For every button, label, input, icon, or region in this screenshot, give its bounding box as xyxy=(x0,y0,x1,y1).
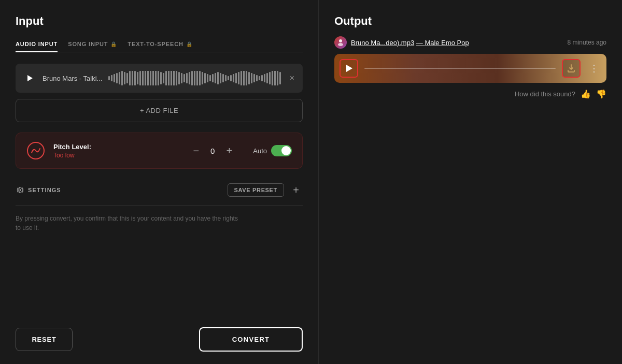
waveform-bar xyxy=(243,71,245,85)
left-panel: Input AUDIO INPUT SONG INPUT 🔒 TEXT-TO-S… xyxy=(0,0,319,364)
bottom-buttons: RESET CONVERT xyxy=(16,327,303,352)
waveform-bar xyxy=(274,71,276,85)
waveform-bar xyxy=(150,71,151,85)
waveform-bar xyxy=(256,75,258,81)
pitch-label: Pitch Level: xyxy=(53,143,180,151)
auto-label: Auto xyxy=(253,147,267,155)
download-icon xyxy=(567,64,576,73)
waveform-bar xyxy=(114,74,115,82)
add-file-button[interactable]: + ADD FILE xyxy=(16,99,303,122)
settings-left: SETTINGS xyxy=(16,186,61,194)
save-preset-button[interactable]: SAVE PRESET xyxy=(228,183,284,197)
waveform-bar xyxy=(178,72,180,84)
waveform-bar xyxy=(264,74,265,82)
waveform-bar xyxy=(209,75,211,81)
audio-play-button[interactable] xyxy=(24,72,36,84)
disclaimer-text: By pressing convert, you confirm that th… xyxy=(16,214,303,232)
player-play-button[interactable] xyxy=(340,59,358,78)
tab-audio-input[interactable]: AUDIO INPUT xyxy=(16,37,58,52)
waveform-bar xyxy=(266,73,268,83)
waveform-bar xyxy=(199,71,201,85)
waveform-bar xyxy=(186,73,188,83)
lock-icon-song: 🔒 xyxy=(110,41,117,47)
waveform-bar xyxy=(222,74,224,82)
waveform-bar xyxy=(259,76,260,80)
settings-right: SAVE PRESET + xyxy=(228,183,303,197)
waveform-bar xyxy=(176,71,177,85)
gear-icon xyxy=(16,186,24,194)
pitch-decrease-button[interactable]: − xyxy=(189,143,203,158)
waveform-bar xyxy=(152,71,154,85)
settings-label: SETTINGS xyxy=(28,187,61,193)
waveform-display xyxy=(108,71,281,85)
svg-point-1 xyxy=(339,39,342,42)
waveform-bar xyxy=(196,71,198,85)
waveform-bar xyxy=(139,71,141,85)
waveform-bar xyxy=(132,71,133,85)
waveform-bar xyxy=(137,72,138,84)
audio-file-row: Bruno Mars - Talki... × xyxy=(16,64,303,93)
pitch-controls: − 0 + xyxy=(189,143,236,158)
waveform-bar xyxy=(217,72,219,84)
waveform-bar xyxy=(183,74,185,82)
waveform-bar xyxy=(241,71,242,85)
tab-tts[interactable]: TEXT-TO-SPEECH 🔒 xyxy=(128,37,192,52)
waveform-bar xyxy=(272,71,273,85)
thumbs-down-button[interactable]: 👎 xyxy=(596,89,606,99)
waveform-bar xyxy=(171,71,172,85)
waveform-bar xyxy=(158,71,159,85)
waveform-bar xyxy=(246,71,247,85)
waveform-bar xyxy=(261,75,263,81)
waveform-bar xyxy=(181,73,182,83)
waveform-bar xyxy=(233,74,234,82)
reset-button[interactable]: RESET xyxy=(16,328,73,351)
waveform-bar xyxy=(147,71,149,85)
left-panel-title: Input xyxy=(16,14,303,28)
output-item-header: Bruno Ma...deo).mp3 — Male Emo Pop 8 min… xyxy=(334,36,606,49)
thumbs-up-button[interactable]: 👍 xyxy=(581,89,591,99)
pitch-section: Pitch Level: Too low − 0 + Auto xyxy=(16,133,303,169)
waveform-bar xyxy=(189,72,190,84)
waveform-bar xyxy=(134,71,136,85)
waveform-bar xyxy=(248,72,250,84)
waveform-bar xyxy=(277,71,278,85)
waveform-bar xyxy=(207,74,208,82)
waveform-bar xyxy=(238,72,239,84)
settings-row: SETTINGS SAVE PRESET + xyxy=(16,179,303,201)
pitch-icon xyxy=(26,141,45,160)
pitch-status: Too low xyxy=(53,152,180,159)
output-time: 8 minutes ago xyxy=(568,39,606,46)
waveform-bar xyxy=(165,71,167,85)
pitch-value: 0 xyxy=(208,147,217,155)
waveform-bar xyxy=(142,71,144,85)
waveform-bar xyxy=(225,75,227,81)
feedback-label: How did this sound? xyxy=(515,90,575,98)
play-triangle-icon xyxy=(27,75,33,81)
waveform-bar xyxy=(145,71,146,85)
waveform-bar xyxy=(191,71,193,85)
audio-close-button[interactable]: × xyxy=(290,74,294,83)
waveform-bar xyxy=(202,72,203,84)
lock-icon-tts: 🔒 xyxy=(186,41,193,47)
waveform-bar xyxy=(230,75,232,81)
player-bar: ⋮ xyxy=(334,54,606,83)
player-more-button[interactable]: ⋮ xyxy=(587,61,601,76)
add-preset-button[interactable]: + xyxy=(289,183,303,197)
audio-filename: Bruno Mars - Talki... xyxy=(43,75,102,82)
waveform-bar xyxy=(212,74,214,82)
progress-bar[interactable] xyxy=(364,68,556,69)
waveform-bar xyxy=(108,76,110,80)
tab-song-input[interactable]: SONG INPUT 🔒 xyxy=(68,37,117,52)
pitch-increase-button[interactable]: + xyxy=(222,143,236,158)
convert-button[interactable]: CONVERT xyxy=(199,327,303,352)
voice-style-link[interactable]: Male Emo Pop xyxy=(425,39,469,47)
auto-toggle-switch[interactable] xyxy=(271,145,292,156)
waveform-bar xyxy=(124,72,125,84)
waveform-bar xyxy=(116,73,118,83)
waveform-bar xyxy=(163,73,164,83)
waveform-bar xyxy=(279,72,281,84)
waveform-bar xyxy=(111,75,112,81)
waveform-bar xyxy=(119,72,120,84)
player-download-button[interactable] xyxy=(562,59,581,78)
waveform-bar xyxy=(220,73,221,83)
